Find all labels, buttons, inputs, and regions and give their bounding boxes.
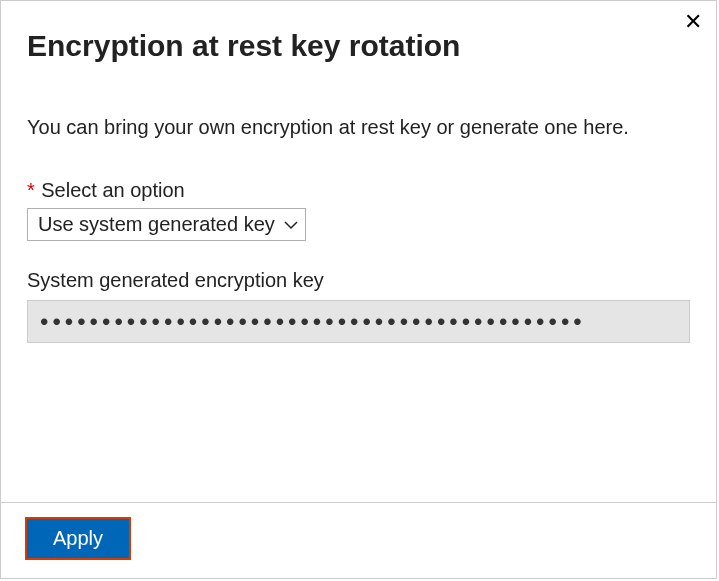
select-wrapper: Use system generated key [27,208,690,241]
option-label: Select an option [41,179,184,201]
option-field-group: * Select an option Use system generated … [27,179,690,241]
close-icon[interactable]: ✕ [680,7,706,37]
panel-description: You can bring your own encryption at res… [27,113,690,141]
option-select[interactable]: Use system generated key [27,208,306,241]
encryption-key-field[interactable] [27,300,690,343]
panel-footer: Apply [1,502,716,578]
panel-content: Encryption at rest key rotation You can … [1,1,716,502]
key-rotation-panel: ✕ Encryption at rest key rotation You ca… [0,0,717,579]
apply-button[interactable]: Apply [27,519,129,558]
key-field-group: System generated encryption key [27,269,690,343]
option-label-row: * Select an option [27,179,690,202]
key-label: System generated encryption key [27,269,690,292]
required-marker: * [27,179,35,201]
panel-title: Encryption at rest key rotation [27,29,690,63]
select-container: Use system generated key [27,208,306,241]
